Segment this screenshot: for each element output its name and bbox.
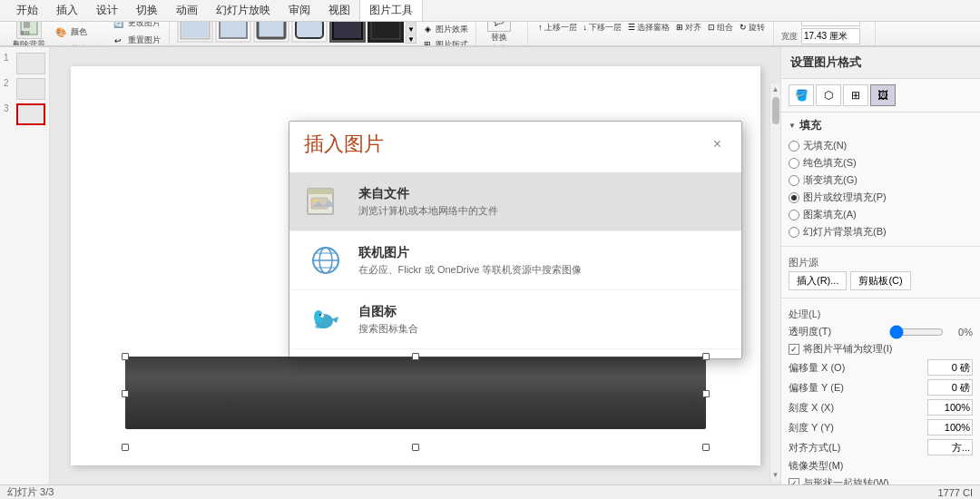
handle-tl[interactable] bbox=[122, 353, 129, 360]
fill-option-pattern[interactable]: 图案填充(A) bbox=[789, 206, 973, 223]
pic-effect-button[interactable]: ◈ 图片效果 bbox=[419, 22, 470, 36]
reset-pic-button[interactable]: ↩ 重置图片 bbox=[108, 33, 163, 48]
flatten-row[interactable]: ✓ 将图片平铺为纹理(I) bbox=[789, 340, 973, 357]
handle-tm[interactable] bbox=[412, 353, 419, 360]
slide-num-2: 2 bbox=[4, 78, 14, 88]
transparency-slider[interactable] bbox=[889, 327, 944, 338]
svg-rect-7 bbox=[296, 22, 323, 38]
alignment-input[interactable] bbox=[927, 439, 973, 455]
handle-tr[interactable] bbox=[702, 353, 710, 360]
dialog-option-from-file[interactable]: 来自文件 浏览计算机或本地网络中的文件 bbox=[289, 172, 741, 231]
color-button[interactable]: 🎨 颜色 bbox=[51, 24, 106, 40]
handle-ml[interactable] bbox=[122, 390, 129, 397]
slide-item-2[interactable]: 2 bbox=[4, 78, 45, 100]
dialog-close-button[interactable]: × bbox=[709, 135, 727, 153]
style-scroll-up[interactable]: ▲ bbox=[406, 22, 416, 24]
fill-option-gradient[interactable]: 渐变填充(G) bbox=[789, 171, 973, 189]
offset-y-label: 偏移量 Y (E) bbox=[789, 381, 924, 395]
correct-button[interactable]: 🌟 校正 bbox=[51, 22, 106, 23]
scrollbar-thumb[interactable] bbox=[772, 97, 779, 124]
align-label: 对齐 bbox=[685, 22, 701, 34]
effect-tool[interactable]: ⬡ bbox=[816, 84, 841, 106]
svg-rect-8 bbox=[334, 22, 361, 38]
tab-insert[interactable]: 插入 bbox=[47, 0, 87, 21]
offset-x-input[interactable] bbox=[927, 359, 973, 376]
insert-image-button[interactable]: 插入(R)... bbox=[789, 271, 847, 290]
mirror-label: 与形状一起旋转(W) bbox=[803, 476, 973, 484]
fill-option-slide-bg[interactable]: 幻灯片背景填充(B) bbox=[789, 223, 973, 240]
pic-style-2[interactable] bbox=[215, 22, 251, 43]
mirror-checkbox[interactable]: ✓ bbox=[789, 478, 799, 485]
handle-br[interactable] bbox=[702, 444, 710, 451]
width-input[interactable] bbox=[801, 28, 860, 44]
fill-option-none[interactable]: 无填充(N) bbox=[789, 137, 973, 154]
fill-option-solid[interactable]: 纯色填充(S) bbox=[789, 154, 973, 171]
handle-bl[interactable] bbox=[122, 444, 129, 451]
style-scroll-down[interactable]: ▼ bbox=[406, 24, 416, 34]
rotate-button[interactable]: ↻ 旋转 bbox=[737, 22, 768, 34]
right-panel: 设置图片格式 🪣 ⬡ ⊞ 🖼 ▼ 填充 bbox=[780, 47, 980, 484]
handle-mr[interactable] bbox=[702, 390, 710, 397]
align-button[interactable]: ⊞ 对齐 bbox=[673, 22, 704, 34]
scale-x-input[interactable] bbox=[927, 399, 973, 416]
alt-text-button[interactable]: 💬 替换 文字 bbox=[484, 22, 514, 47]
mirror-checkbox-row[interactable]: ✓ 与形状一起旋转(W) bbox=[789, 475, 973, 484]
clipboard-button[interactable]: 剪贴板(C) bbox=[850, 271, 910, 290]
flatten-label: 将图片平铺为纹理(I) bbox=[803, 342, 973, 356]
image-source-title: 图片源 bbox=[789, 256, 973, 269]
change-pic-button[interactable]: 🔄 更改图片 bbox=[108, 22, 163, 32]
fill-gradient-label: 渐变填充(G) bbox=[803, 173, 973, 187]
adjust-section: 处理(L) 透明度(T) 0% ✓ 将图片平铺为纹理(I) 偏移量 X (O) bbox=[781, 298, 980, 484]
pic-layout-button[interactable]: ⊞ 图片版式 bbox=[419, 37, 470, 47]
fill-picture-radio[interactable] bbox=[789, 192, 799, 203]
fill-option-picture[interactable]: 图片或纹理填充(P) bbox=[789, 189, 973, 206]
image-tool[interactable]: 🖼 bbox=[870, 84, 896, 106]
slide-image-with-handles[interactable] bbox=[125, 357, 706, 447]
tab-slideshow[interactable]: 幻灯片放映 bbox=[207, 0, 279, 21]
right-panel-scrollbar[interactable]: ▲ ▼ bbox=[769, 83, 780, 481]
pic-style-5[interactable] bbox=[329, 22, 366, 43]
canvas-area: 插入图片 × bbox=[50, 47, 780, 484]
style-dropdown[interactable]: ▼ bbox=[406, 34, 416, 44]
size-width-label: 宽度 bbox=[781, 31, 799, 43]
fill-pattern-label: 图案填充(A) bbox=[803, 208, 973, 221]
fill-section-header[interactable]: ▼ 填充 bbox=[789, 118, 973, 133]
pic-style-1[interactable] bbox=[177, 22, 213, 43]
fill-solid-radio[interactable] bbox=[789, 158, 799, 169]
offset-y-input[interactable] bbox=[927, 379, 973, 396]
pic-style-6[interactable] bbox=[368, 22, 404, 43]
tab-review[interactable]: 审阅 bbox=[279, 0, 319, 21]
tab-design[interactable]: 设计 bbox=[87, 0, 127, 21]
art-effect-button[interactable]: ✨ 艺术效果 bbox=[51, 41, 106, 47]
move-down-button[interactable]: ↓ 下移一层 bbox=[581, 22, 625, 34]
fill-slide-bg-radio[interactable] bbox=[789, 227, 799, 238]
move-up-button[interactable]: ↑ 上移一层 bbox=[535, 22, 580, 34]
tab-animation[interactable]: 动画 bbox=[167, 0, 207, 21]
layout-tool[interactable]: ⊞ bbox=[843, 84, 868, 106]
fill-tool[interactable]: 🪣 bbox=[789, 84, 814, 106]
flatten-checkbox[interactable]: ✓ bbox=[789, 344, 799, 355]
tab-picture-tools[interactable]: 图片工具 bbox=[359, 0, 423, 21]
select-pane-button[interactable]: ☰ 选择窗格 bbox=[625, 22, 672, 34]
pic-style-4[interactable] bbox=[291, 22, 328, 43]
remove-bg-button[interactable]: 删除 删除背景 bbox=[9, 22, 49, 47]
change-pic-icon: 🔄 bbox=[111, 22, 125, 31]
slide-item-3[interactable]: 3 bbox=[4, 103, 45, 125]
dialog-option-icon[interactable]: 自图标 搜索图标集合 bbox=[289, 290, 741, 349]
fill-none-radio[interactable] bbox=[789, 141, 799, 152]
handle-bm[interactable] bbox=[412, 444, 419, 451]
slide-item-1[interactable]: 1 bbox=[4, 53, 45, 74]
dialog-option-online[interactable]: 联机图片 在必应、Flickr 或 OneDrive 等联机资源中搜索图像 bbox=[289, 231, 741, 290]
fill-gradient-radio[interactable] bbox=[789, 175, 799, 186]
height-input[interactable] bbox=[801, 22, 860, 26]
fill-collapse-icon: ▼ bbox=[789, 122, 796, 130]
fill-solid-label: 纯色填充(S) bbox=[803, 156, 973, 170]
tab-view[interactable]: 视图 bbox=[319, 0, 359, 21]
pic-style-3[interactable] bbox=[253, 22, 289, 43]
fill-pattern-radio[interactable] bbox=[789, 210, 799, 220]
scale-y-input[interactable] bbox=[927, 419, 973, 435]
group-button[interactable]: ⊡ 组合 bbox=[705, 22, 736, 34]
tab-transition[interactable]: 切换 bbox=[127, 0, 167, 21]
tab-start[interactable]: 开始 bbox=[7, 0, 47, 21]
remove-bg-label: 删除背景 bbox=[13, 39, 45, 48]
